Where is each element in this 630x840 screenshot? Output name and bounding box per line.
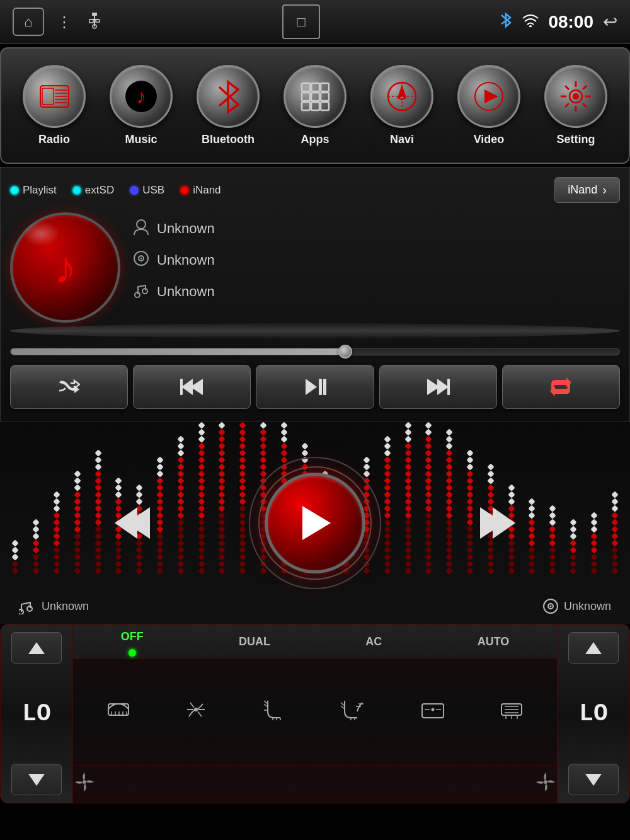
svg-point-35 bbox=[573, 93, 579, 100]
eq-bar-1 bbox=[27, 520, 45, 573]
svg-rect-0 bbox=[92, 13, 97, 16]
temp-up-right-button[interactable] bbox=[568, 632, 619, 664]
climate-mode-bar: OFF DUAL AC AUTO bbox=[73, 624, 557, 659]
rear-defrost-button[interactable] bbox=[500, 698, 524, 727]
eq-bar-7 bbox=[151, 457, 169, 573]
feet-face-airflow-button[interactable] bbox=[340, 698, 366, 727]
svg-rect-55 bbox=[323, 379, 326, 395]
source-tabs: Playlist extSD USB iNand iNand › bbox=[10, 177, 620, 203]
bluetooth-button[interactable] bbox=[197, 65, 260, 128]
music-button[interactable]: ♪ bbox=[110, 65, 173, 128]
svg-marker-57 bbox=[437, 379, 449, 395]
climate-right-side: LO bbox=[557, 624, 629, 803]
eq-bar-21 bbox=[440, 430, 459, 573]
progress-thumb[interactable] bbox=[338, 345, 352, 359]
eq-bar-28 bbox=[585, 513, 603, 573]
eq-bar-26 bbox=[544, 506, 562, 573]
navi-button[interactable] bbox=[370, 65, 433, 128]
temp-down-left-button[interactable] bbox=[11, 764, 62, 795]
mode-off-button[interactable]: OFF bbox=[113, 627, 151, 647]
mode-ac-button[interactable]: AC bbox=[358, 632, 389, 652]
svg-point-47 bbox=[140, 258, 142, 260]
track-area: ♪ Unknown bbox=[10, 212, 620, 338]
play-pause-button[interactable] bbox=[256, 365, 374, 409]
album-shine bbox=[22, 221, 60, 246]
previous-button[interactable] bbox=[133, 365, 251, 409]
back-button[interactable]: ↩ bbox=[603, 11, 617, 32]
eq-bar-9 bbox=[192, 423, 210, 573]
climate-bottom-row bbox=[73, 765, 557, 803]
title-row: Unknown bbox=[133, 282, 620, 302]
svg-point-44 bbox=[137, 220, 146, 229]
source-extsd[interactable]: extSD bbox=[72, 184, 114, 197]
bluetooth-status-icon bbox=[499, 11, 513, 33]
note-icon bbox=[133, 282, 149, 302]
big-player-section: // We'll render the EQ via JS after body bbox=[0, 422, 630, 624]
shuffle-button[interactable] bbox=[10, 365, 128, 409]
svg-marker-85 bbox=[585, 642, 602, 654]
fan-left-button[interactable] bbox=[73, 771, 96, 798]
next-button[interactable] bbox=[379, 365, 497, 409]
radio-button[interactable] bbox=[23, 65, 86, 128]
big-album-text: Unknown bbox=[564, 600, 611, 613]
nav-navi[interactable]: Navi bbox=[358, 65, 445, 146]
square-icon: □ bbox=[297, 14, 306, 30]
big-song-info: Unknown bbox=[19, 598, 89, 614]
fan-right-button[interactable] bbox=[534, 771, 557, 798]
temp-display-left: LO bbox=[22, 702, 51, 726]
extsd-label: extSD bbox=[85, 184, 114, 197]
music-label: Music bbox=[125, 133, 157, 146]
nav-video[interactable]: Video bbox=[445, 65, 532, 146]
svg-rect-24 bbox=[311, 102, 319, 110]
recirculation-button[interactable] bbox=[420, 698, 446, 727]
defrost-front-button[interactable] bbox=[106, 698, 130, 727]
svg-rect-23 bbox=[302, 102, 310, 110]
big-next-button[interactable] bbox=[479, 506, 517, 541]
feet-airflow-button[interactable] bbox=[261, 698, 285, 727]
status-right: 08:00 ↩ bbox=[499, 11, 617, 33]
apps-button[interactable] bbox=[284, 65, 346, 128]
nav-radio[interactable]: Radio bbox=[11, 65, 98, 146]
mode-dual-button[interactable]: DUAL bbox=[231, 632, 278, 652]
menu-dots-icon[interactable]: ⋮ bbox=[57, 13, 73, 31]
big-prev-button[interactable] bbox=[113, 506, 151, 541]
repeat-button[interactable] bbox=[502, 365, 620, 409]
svg-rect-4 bbox=[96, 20, 100, 22]
svg-rect-18 bbox=[311, 83, 319, 91]
svg-rect-52 bbox=[180, 379, 183, 395]
nav-bluetooth[interactable]: Bluetooth bbox=[185, 65, 272, 146]
big-player-info: Unknown Unknown bbox=[0, 598, 630, 614]
artist-text: Unknown bbox=[157, 221, 215, 237]
nav-music[interactable]: ♪ Music bbox=[98, 65, 185, 146]
mode-auto-button[interactable]: AUTO bbox=[470, 632, 517, 652]
temp-up-left-button[interactable] bbox=[11, 632, 62, 664]
svg-point-84 bbox=[544, 780, 547, 784]
progress-area[interactable] bbox=[10, 348, 620, 355]
setting-button[interactable] bbox=[544, 65, 607, 128]
progress-bar[interactable] bbox=[10, 348, 620, 355]
video-button[interactable] bbox=[457, 65, 520, 128]
transport-controls bbox=[10, 365, 620, 409]
disc-icon bbox=[133, 250, 149, 270]
source-playlist[interactable]: Playlist bbox=[10, 184, 57, 197]
temp-down-right-button[interactable] bbox=[568, 764, 619, 795]
playlist-label: Playlist bbox=[23, 184, 57, 197]
big-song-text: Unknown bbox=[42, 600, 89, 613]
svg-marker-63 bbox=[493, 507, 515, 539]
source-usb[interactable]: USB bbox=[130, 184, 164, 197]
svg-point-77 bbox=[194, 708, 198, 711]
reflective-platform bbox=[10, 323, 620, 338]
selected-source-button[interactable]: iNand › bbox=[554, 177, 620, 203]
body-airflow-button[interactable] bbox=[184, 698, 208, 727]
artist-row: Unknown bbox=[133, 219, 620, 239]
center-square-button[interactable]: □ bbox=[282, 4, 320, 39]
nav-apps[interactable]: Apps bbox=[272, 65, 358, 146]
inand-label: iNand bbox=[193, 184, 220, 197]
eq-bar-27 bbox=[564, 520, 583, 573]
big-play-button[interactable] bbox=[265, 473, 365, 573]
source-inand[interactable]: iNand bbox=[180, 184, 220, 197]
nav-setting[interactable]: Setting bbox=[532, 65, 619, 146]
svg-line-42 bbox=[583, 86, 587, 89]
progress-fill bbox=[11, 348, 345, 355]
home-button[interactable]: ⌂ bbox=[13, 8, 44, 36]
